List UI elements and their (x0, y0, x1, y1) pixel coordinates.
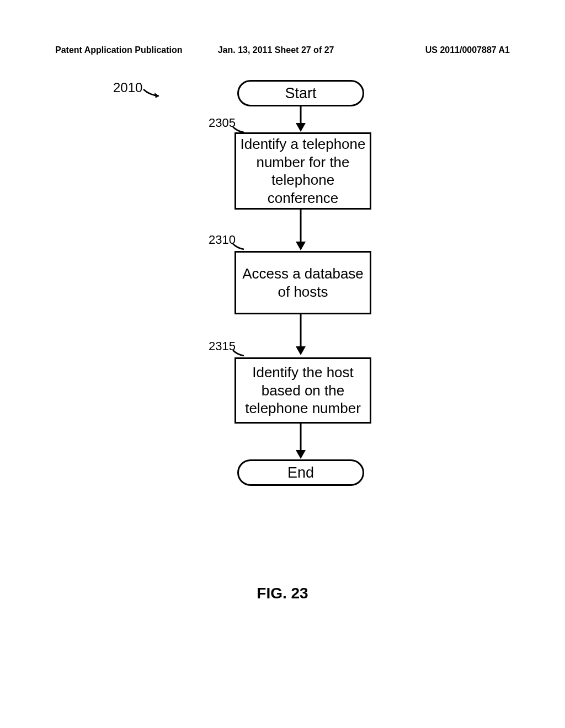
process-step-3: Identify the host based on the telephone… (234, 357, 371, 424)
ref-arrow-2010 (142, 88, 164, 99)
header-right: US 2011/0007887 A1 (364, 45, 510, 55)
figure-caption: FIG. 23 (0, 585, 565, 602)
step3-label: Identify the host based on the telephone… (236, 363, 370, 417)
header-left: Patent Application Publication (55, 45, 201, 55)
terminal-end: End (237, 459, 364, 486)
step1-label: Identify a telephone number for the tele… (236, 135, 370, 207)
header-center: Jan. 13, 2011 Sheet 27 of 27 (201, 45, 364, 55)
page-header: Patent Application Publication Jan. 13, … (0, 45, 565, 55)
step2-label: Access a database of hosts (236, 265, 370, 301)
terminal-start: Start (237, 80, 364, 106)
end-label: End (287, 464, 314, 481)
process-step-1: Identify a telephone number for the tele… (234, 132, 371, 210)
start-label: Start (285, 85, 316, 102)
process-step-2: Access a database of hosts (234, 251, 371, 314)
ref-label-2010: 2010 (113, 80, 142, 95)
